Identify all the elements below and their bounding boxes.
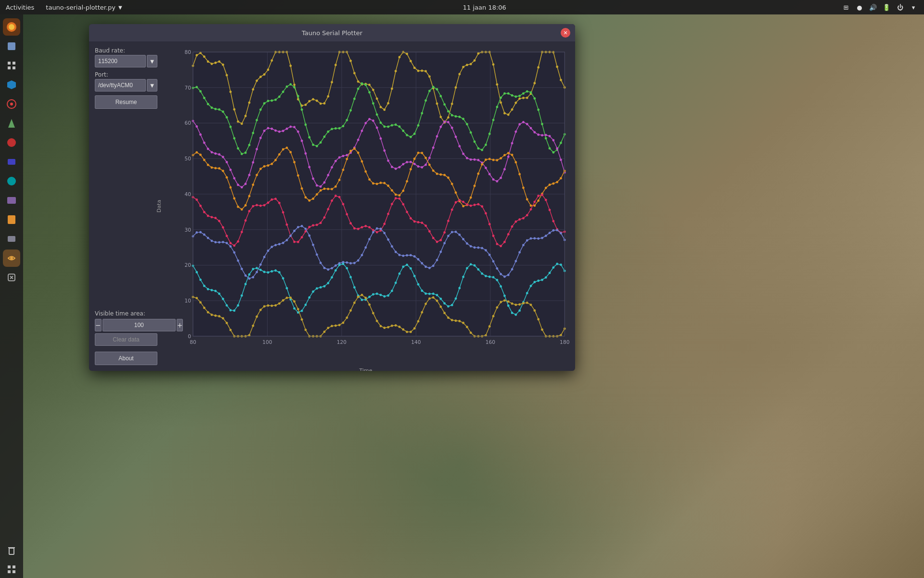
svg-point-460 <box>207 215 209 217</box>
settings-dropdown-icon[interactable]: ▾ <box>909 2 918 12</box>
svg-point-642 <box>514 260 517 262</box>
svg-point-258 <box>199 133 202 136</box>
svg-point-471 <box>248 210 251 212</box>
svg-point-686 <box>305 303 307 306</box>
dock-firefox[interactable] <box>3 18 20 36</box>
svg-point-74 <box>259 76 262 78</box>
svg-point-592 <box>327 268 329 271</box>
svg-point-591 <box>323 267 326 269</box>
svg-point-631 <box>474 246 476 249</box>
svg-rect-5 <box>8 66 11 69</box>
baud-rate-selector[interactable]: 115200 ▼ <box>95 55 157 67</box>
svg-point-704 <box>372 293 374 296</box>
dock-inkscape[interactable] <box>3 115 20 132</box>
dock-shotcut[interactable] <box>3 153 20 171</box>
svg-point-283 <box>293 126 295 128</box>
dock-vscode[interactable] <box>3 76 20 93</box>
battery-icon[interactable]: 🔋 <box>882 2 891 12</box>
svg-point-458 <box>199 205 202 207</box>
svg-point-818 <box>424 302 427 305</box>
svg-point-410 <box>395 193 397 196</box>
dock-darktable[interactable] <box>3 134 20 151</box>
app-title-dropdown-icon[interactable]: ▼ <box>118 5 122 10</box>
port-arrow-icon[interactable]: ▼ <box>147 79 157 92</box>
svg-point-76 <box>267 68 270 71</box>
svg-point-762 <box>214 315 217 317</box>
baud-rate-value[interactable]: 115200 <box>95 55 146 67</box>
svg-rect-22 <box>13 565 15 568</box>
resume-button[interactable]: Resume <box>95 95 157 109</box>
wifi-icon[interactable]: ● <box>855 2 864 12</box>
svg-point-377 <box>270 163 273 165</box>
svg-point-228 <box>462 118 464 120</box>
svg-point-513 <box>406 210 408 213</box>
dock-serial[interactable] <box>3 250 20 267</box>
dock-apps[interactable] <box>3 57 20 74</box>
svg-point-698 <box>349 276 352 278</box>
svg-point-552 <box>552 220 554 222</box>
svg-text:70: 70 <box>185 85 192 91</box>
port-value[interactable]: /dev/ttyACM0 <box>95 79 146 92</box>
svg-point-519 <box>428 230 431 233</box>
svg-point-219 <box>428 90 431 92</box>
svg-point-603 <box>368 238 371 240</box>
svg-point-165 <box>226 116 228 118</box>
dock-image-viewer[interactable] <box>3 192 20 209</box>
svg-point-200 <box>357 88 359 90</box>
svg-point-548 <box>537 195 539 197</box>
app-title-bar[interactable]: tauno-serial-plotter.py ▼ <box>40 0 128 14</box>
svg-point-209 <box>391 124 393 126</box>
svg-point-400 <box>357 151 359 154</box>
svg-point-514 <box>410 217 412 220</box>
clear-data-button[interactable]: Clear data <box>95 333 157 346</box>
svg-point-574 <box>259 263 262 266</box>
svg-point-721 <box>436 294 438 296</box>
svg-point-270 <box>244 183 247 185</box>
dock-trash[interactable] <box>3 541 20 559</box>
dock-files[interactable] <box>3 38 20 55</box>
svg-point-568 <box>237 259 239 262</box>
svg-point-115 <box>413 66 416 69</box>
svg-point-694 <box>334 269 337 272</box>
svg-point-677 <box>270 270 273 273</box>
activities-button[interactable]: Activities <box>0 0 40 14</box>
svg-text:140: 140 <box>411 339 421 345</box>
svg-point-697 <box>346 267 348 269</box>
svg-point-285 <box>301 140 303 142</box>
time-stepper[interactable]: − + <box>95 319 157 331</box>
svg-point-628 <box>462 238 464 240</box>
dock-grid-bottom[interactable] <box>3 561 20 578</box>
baud-rate-arrow-icon[interactable]: ▼ <box>147 55 157 67</box>
grid-icon[interactable]: ⊞ <box>841 2 851 12</box>
svg-point-212 <box>402 130 404 132</box>
dock-git[interactable] <box>3 95 20 113</box>
svg-point-742 <box>514 314 517 316</box>
svg-point-391 <box>323 187 326 190</box>
svg-point-271 <box>248 174 251 176</box>
svg-point-848 <box>537 318 539 320</box>
dock-arduino[interactable] <box>3 172 20 190</box>
port-selector[interactable]: /dev/ttyACM0 ▼ <box>95 79 157 92</box>
dock-notes[interactable] <box>3 211 20 228</box>
svg-rect-13 <box>8 215 15 224</box>
svg-point-237 <box>496 105 498 108</box>
svg-point-550 <box>545 199 547 201</box>
stepper-minus-button[interactable]: − <box>95 319 102 331</box>
svg-point-778 <box>274 304 277 307</box>
svg-point-739 <box>503 294 506 297</box>
power-icon[interactable]: ⏻ <box>895 2 905 12</box>
dock-extension[interactable] <box>3 269 20 286</box>
svg-point-731 <box>474 264 476 266</box>
svg-point-246 <box>530 91 532 93</box>
about-button[interactable]: About <box>95 352 157 365</box>
svg-point-216 <box>417 124 420 127</box>
svg-point-540 <box>507 233 510 236</box>
svg-point-822 <box>439 305 442 308</box>
svg-point-311 <box>398 166 401 168</box>
sound-icon[interactable]: 🔊 <box>868 2 878 12</box>
svg-rect-23 <box>8 570 11 573</box>
close-button[interactable]: ✕ <box>561 28 570 38</box>
svg-point-690 <box>320 286 322 289</box>
dock-disk[interactable] <box>3 230 20 248</box>
svg-point-500 <box>357 228 359 230</box>
